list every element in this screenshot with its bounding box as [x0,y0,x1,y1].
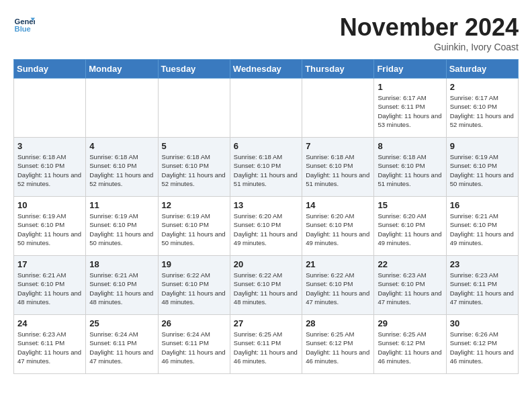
day-info: Sunrise: 6:17 AM Sunset: 6:11 PM Dayligh… [378,93,442,129]
calendar-cell [158,79,230,138]
calendar-cell: 28Sunrise: 6:25 AM Sunset: 6:12 PM Dayli… [302,315,374,374]
calendar-cell: 27Sunrise: 6:25 AM Sunset: 6:11 PM Dayli… [230,315,302,374]
day-info: Sunrise: 6:19 AM Sunset: 6:10 PM Dayligh… [450,152,515,188]
day-info: Sunrise: 6:26 AM Sunset: 6:12 PM Dayligh… [450,330,515,365]
day-info: Sunrise: 6:18 AM Sunset: 6:10 PM Dayligh… [17,152,82,188]
day-number: 18 [89,259,154,269]
calendar-cell: 14Sunrise: 6:20 AM Sunset: 6:10 PM Dayli… [302,197,374,256]
day-info: Sunrise: 6:22 AM Sunset: 6:10 PM Dayligh… [234,271,298,306]
calendar-cell: 9Sunrise: 6:19 AM Sunset: 6:10 PM Daylig… [446,138,518,197]
day-number: 5 [162,141,226,151]
day-info: Sunrise: 6:18 AM Sunset: 6:10 PM Dayligh… [162,152,226,188]
calendar-week-row: 3Sunrise: 6:18 AM Sunset: 6:10 PM Daylig… [14,138,519,197]
day-info: Sunrise: 6:18 AM Sunset: 6:10 PM Dayligh… [378,152,442,188]
day-info: Sunrise: 6:25 AM Sunset: 6:11 PM Dayligh… [234,330,298,365]
calendar-cell: 1Sunrise: 6:17 AM Sunset: 6:11 PM Daylig… [374,79,446,138]
header: General Blue November 2024 Guinkin, Ivor… [13,13,519,52]
calendar-cell [86,79,158,138]
day-number: 11 [89,200,154,210]
calendar-week-row: 1Sunrise: 6:17 AM Sunset: 6:11 PM Daylig… [14,79,519,138]
calendar-cell: 6Sunrise: 6:18 AM Sunset: 6:10 PM Daylig… [230,138,302,197]
day-number: 20 [234,259,298,269]
month-title: November 2024 [340,13,519,42]
day-number: 7 [306,141,370,151]
calendar-cell: 11Sunrise: 6:19 AM Sunset: 6:10 PM Dayli… [86,197,158,256]
day-number: 12 [162,200,226,210]
weekday-header: Tuesday [158,60,230,79]
day-info: Sunrise: 6:18 AM Sunset: 6:10 PM Dayligh… [89,152,154,188]
day-info: Sunrise: 6:18 AM Sunset: 6:10 PM Dayligh… [234,152,298,188]
calendar-cell: 20Sunrise: 6:22 AM Sunset: 6:10 PM Dayli… [230,256,302,315]
calendar-week-row: 24Sunrise: 6:23 AM Sunset: 6:11 PM Dayli… [14,315,519,374]
calendar-cell: 13Sunrise: 6:20 AM Sunset: 6:10 PM Dayli… [230,197,302,256]
calendar-cell: 8Sunrise: 6:18 AM Sunset: 6:10 PM Daylig… [374,138,446,197]
calendar-cell: 19Sunrise: 6:22 AM Sunset: 6:10 PM Dayli… [158,256,230,315]
logo-icon: General Blue [13,13,35,35]
calendar-cell: 18Sunrise: 6:21 AM Sunset: 6:10 PM Dayli… [86,256,158,315]
day-number: 4 [89,141,154,151]
day-number: 13 [234,200,298,210]
day-info: Sunrise: 6:22 AM Sunset: 6:10 PM Dayligh… [162,271,226,306]
day-number: 14 [306,200,370,210]
calendar-cell: 5Sunrise: 6:18 AM Sunset: 6:10 PM Daylig… [158,138,230,197]
day-number: 24 [17,318,82,328]
day-info: Sunrise: 6:19 AM Sunset: 6:10 PM Dayligh… [162,212,226,247]
day-info: Sunrise: 6:21 AM Sunset: 6:10 PM Dayligh… [17,271,82,306]
day-info: Sunrise: 6:20 AM Sunset: 6:10 PM Dayligh… [234,212,298,247]
day-number: 1 [378,82,442,92]
day-number: 17 [17,259,82,269]
day-number: 16 [450,200,515,210]
weekday-header: Monday [86,60,158,79]
calendar-cell: 2Sunrise: 6:17 AM Sunset: 6:10 PM Daylig… [446,79,518,138]
day-info: Sunrise: 6:25 AM Sunset: 6:12 PM Dayligh… [306,330,370,365]
day-info: Sunrise: 6:18 AM Sunset: 6:10 PM Dayligh… [306,152,370,188]
title-area: November 2024 Guinkin, Ivory Coast [340,13,519,52]
svg-text:Blue: Blue [15,25,31,33]
calendar-cell: 21Sunrise: 6:22 AM Sunset: 6:10 PM Dayli… [302,256,374,315]
weekday-header: Thursday [302,60,374,79]
calendar-cell: 4Sunrise: 6:18 AM Sunset: 6:10 PM Daylig… [86,138,158,197]
calendar-cell [302,79,374,138]
day-info: Sunrise: 6:21 AM Sunset: 6:10 PM Dayligh… [89,271,154,306]
calendar-cell: 12Sunrise: 6:19 AM Sunset: 6:10 PM Dayli… [158,197,230,256]
day-number: 27 [234,318,298,328]
day-info: Sunrise: 6:24 AM Sunset: 6:11 PM Dayligh… [89,330,154,365]
logo: General Blue [13,13,35,35]
day-info: Sunrise: 6:20 AM Sunset: 6:10 PM Dayligh… [378,212,442,247]
day-number: 29 [378,318,442,328]
calendar-cell [230,79,302,138]
day-number: 22 [378,259,442,269]
day-number: 2 [450,82,515,92]
calendar-cell: 15Sunrise: 6:20 AM Sunset: 6:10 PM Dayli… [374,197,446,256]
weekday-header: Sunday [14,60,86,79]
calendar-week-row: 17Sunrise: 6:21 AM Sunset: 6:10 PM Dayli… [14,256,519,315]
calendar-cell [14,79,86,138]
weekday-header: Wednesday [230,60,302,79]
day-info: Sunrise: 6:19 AM Sunset: 6:10 PM Dayligh… [89,212,154,247]
calendar-cell: 7Sunrise: 6:18 AM Sunset: 6:10 PM Daylig… [302,138,374,197]
day-number: 15 [378,200,442,210]
calendar-cell: 22Sunrise: 6:23 AM Sunset: 6:10 PM Dayli… [374,256,446,315]
day-number: 25 [89,318,154,328]
day-info: Sunrise: 6:24 AM Sunset: 6:11 PM Dayligh… [162,330,226,365]
day-number: 6 [234,141,298,151]
calendar-week-row: 10Sunrise: 6:19 AM Sunset: 6:10 PM Dayli… [14,197,519,256]
day-info: Sunrise: 6:23 AM Sunset: 6:10 PM Dayligh… [378,271,442,306]
day-number: 19 [162,259,226,269]
day-number: 30 [450,318,515,328]
day-number: 3 [17,141,82,151]
calendar-cell: 30Sunrise: 6:26 AM Sunset: 6:12 PM Dayli… [446,315,518,374]
day-number: 21 [306,259,370,269]
day-info: Sunrise: 6:25 AM Sunset: 6:12 PM Dayligh… [378,330,442,365]
weekday-header: Friday [374,60,446,79]
weekday-row: SundayMondayTuesdayWednesdayThursdayFrid… [14,60,519,79]
day-info: Sunrise: 6:20 AM Sunset: 6:10 PM Dayligh… [306,212,370,247]
calendar-cell: 26Sunrise: 6:24 AM Sunset: 6:11 PM Dayli… [158,315,230,374]
calendar-cell: 10Sunrise: 6:19 AM Sunset: 6:10 PM Dayli… [14,197,86,256]
day-info: Sunrise: 6:23 AM Sunset: 6:11 PM Dayligh… [17,330,82,365]
day-number: 26 [162,318,226,328]
calendar-cell: 3Sunrise: 6:18 AM Sunset: 6:10 PM Daylig… [14,138,86,197]
day-info: Sunrise: 6:17 AM Sunset: 6:10 PM Dayligh… [450,93,515,129]
calendar-cell: 16Sunrise: 6:21 AM Sunset: 6:10 PM Dayli… [446,197,518,256]
day-info: Sunrise: 6:21 AM Sunset: 6:10 PM Dayligh… [450,212,515,247]
